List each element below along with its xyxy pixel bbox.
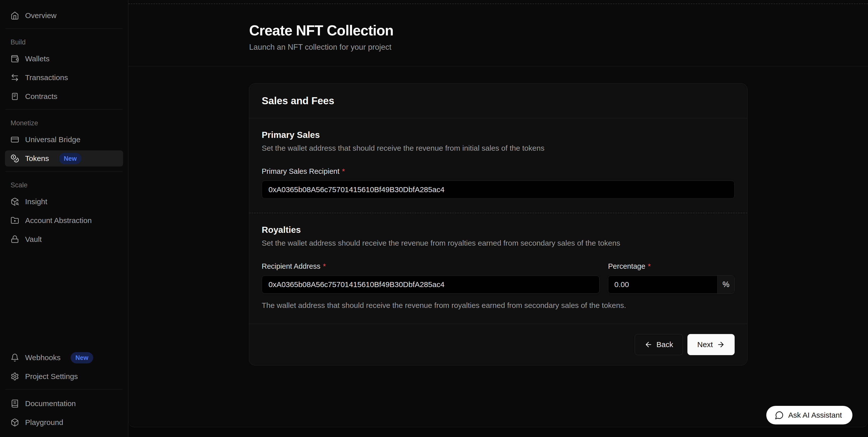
primary-sales-recipient-label: Primary Sales Recipient * (262, 167, 735, 176)
coins-icon (10, 154, 19, 163)
percentage-input-group: % (608, 276, 735, 293)
gear-icon (10, 372, 19, 381)
sidebar-item-contracts[interactable]: Contracts (5, 88, 123, 104)
primary-sales-recipient-input[interactable] (262, 181, 735, 199)
sidebar-item-insight[interactable]: Insight (5, 194, 123, 210)
next-button[interactable]: Next (687, 334, 735, 355)
sidebar: Overview Build Wallets Transactions Cont… (0, 0, 128, 437)
sidebar-item-label: Overview (25, 11, 57, 20)
transactions-icon (10, 73, 19, 82)
home-icon (10, 11, 19, 20)
arrow-left-icon (645, 341, 652, 349)
recipient-address-input[interactable] (262, 276, 599, 293)
sidebar-divider (5, 28, 123, 29)
contract-icon (10, 92, 19, 101)
sidebar-divider (5, 389, 123, 389)
sidebar-section-build: Build (5, 38, 123, 46)
page-title: Create NFT Collection (249, 22, 868, 39)
main-content: Create NFT Collection Launch an NFT coll… (128, 0, 868, 427)
sidebar-divider (5, 109, 123, 110)
sidebar-divider (5, 171, 123, 171)
sidebar-item-transactions[interactable]: Transactions (5, 69, 123, 86)
book-icon (10, 399, 19, 408)
sidebar-item-label: Insight (25, 197, 47, 206)
royalties-fields-row: Recipient Address * Percentage * % (262, 247, 735, 293)
lock-icon (10, 235, 19, 244)
sidebar-spacer (5, 250, 123, 350)
sidebar-item-label: Playground (25, 418, 63, 427)
ask-ai-assistant-button[interactable]: Ask AI Assistant (766, 406, 852, 425)
card-footer: Back Next (249, 324, 747, 365)
sidebar-item-overview[interactable]: Overview (5, 7, 123, 24)
sidebar-item-label: Tokens (25, 154, 49, 163)
royalties-description: Set the wallet address should receive th… (262, 239, 735, 247)
sidebar-item-playground[interactable]: Playground (5, 414, 123, 431)
sidebar-section-scale: Scale (5, 181, 123, 189)
sidebar-item-wallets[interactable]: Wallets (5, 51, 123, 67)
primary-sales-section: Primary Sales Set the wallet address tha… (249, 118, 747, 213)
sidebar-item-label: Account Abstraction (25, 216, 92, 225)
recipient-address-label: Recipient Address * (262, 262, 599, 271)
percentage-input[interactable] (608, 276, 717, 293)
sidebar-item-project-settings[interactable]: Project Settings (5, 369, 123, 384)
sales-and-fees-card: Sales and Fees Primary Sales Set the wal… (249, 83, 747, 366)
back-button[interactable]: Back (635, 334, 683, 355)
recipient-address-field: Recipient Address * (262, 247, 599, 293)
wallet-icon (10, 55, 19, 63)
sidebar-item-vault[interactable]: Vault (5, 231, 123, 247)
card-title: Sales and Fees (262, 95, 735, 106)
primary-sales-heading: Primary Sales (262, 130, 735, 140)
sidebar-item-tokens[interactable]: Tokens New (5, 150, 123, 166)
sidebar-section-monetize: Monetize (5, 119, 123, 127)
sidebar-item-label: Webhooks (25, 353, 61, 362)
royalties-helper-text: The wallet address that should receive t… (262, 301, 735, 310)
required-asterisk: * (323, 262, 326, 271)
credit-card-icon (10, 135, 19, 144)
new-badge: New (59, 153, 82, 164)
required-asterisk: * (342, 167, 345, 176)
royalties-section: Royalties Set the wallet address should … (249, 213, 747, 324)
sidebar-item-documentation[interactable]: Documentation (5, 396, 123, 412)
chat-bubble-icon (775, 411, 784, 420)
arrow-right-icon (717, 341, 725, 349)
box-icon (10, 418, 19, 427)
sidebar-item-account-abstraction[interactable]: Account Abstraction (5, 213, 123, 228)
new-badge: New (70, 352, 93, 364)
sidebar-item-label: Contracts (25, 92, 57, 101)
package-search-icon (10, 197, 19, 206)
sidebar-item-universal-bridge[interactable]: Universal Bridge (5, 132, 123, 148)
bell-icon (10, 353, 19, 362)
sidebar-item-label: Project Settings (25, 372, 78, 381)
percent-suffix: % (717, 276, 734, 293)
page-subtitle: Launch an NFT collection for your projec… (249, 43, 868, 52)
sidebar-item-webhooks[interactable]: Webhooks New (5, 350, 123, 366)
folder-dot-icon (10, 216, 19, 225)
sidebar-item-label: Documentation (25, 399, 76, 408)
page-header: Create NFT Collection Launch an NFT coll… (128, 0, 868, 66)
sidebar-item-label: Universal Bridge (25, 135, 81, 144)
percentage-field: Percentage * % (608, 247, 735, 293)
royalties-heading: Royalties (262, 225, 735, 235)
sidebar-item-label: Transactions (25, 73, 68, 82)
sidebar-item-label: Wallets (25, 55, 50, 63)
required-asterisk: * (648, 262, 651, 271)
sidebar-item-label: Vault (25, 235, 42, 244)
card-header: Sales and Fees (249, 84, 747, 118)
percentage-label: Percentage * (608, 262, 735, 271)
primary-sales-description: Set the wallet address that should recei… (262, 144, 735, 152)
